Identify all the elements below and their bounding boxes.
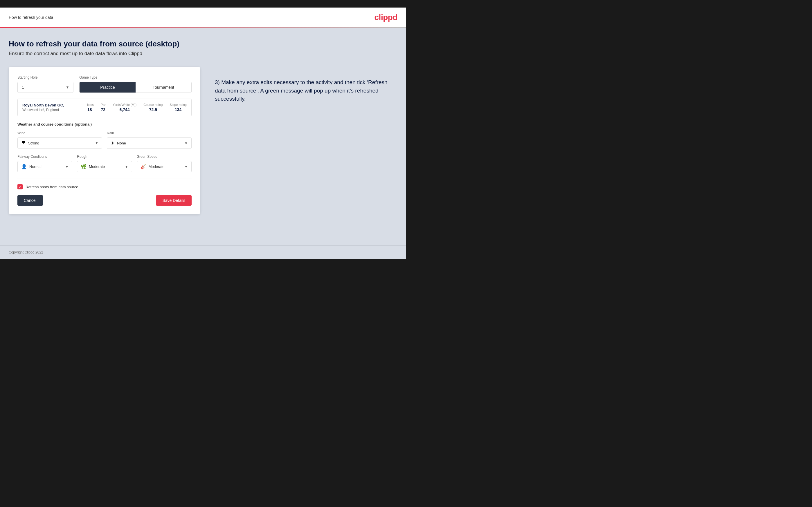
- green-speed-group: Green Speed 🎸 Moderate ▼: [137, 155, 192, 172]
- conditions-title: Weather and course conditions (optional): [17, 122, 192, 126]
- game-type-label: Game Type: [79, 75, 192, 79]
- course-stats: Holes 18 Par 72 Yards/White (M)) 6,744: [86, 103, 187, 112]
- rough-icon: 🌿: [81, 164, 87, 169]
- conditions-row-1: Wind 🌪 Strong ▼ Rain ☀ None ▼: [17, 131, 192, 149]
- page-title: How to refresh your data from source (de…: [9, 40, 397, 48]
- header: How to refresh your data clippd: [0, 7, 406, 28]
- fairway-value: Normal: [29, 164, 63, 169]
- game-type-group: Game Type Practice Tournament: [79, 75, 192, 93]
- course-name: Royal North Devon GC,: [22, 103, 80, 107]
- wind-value: Strong: [28, 141, 93, 145]
- starting-hole-chevron-icon: ▼: [66, 85, 69, 89]
- header-title: How to refresh your data: [9, 15, 53, 20]
- course-location: Westward Ho!, England: [22, 108, 80, 112]
- rain-icon: ☀: [111, 140, 115, 146]
- rain-group: Rain ☀ None ▼: [107, 131, 192, 149]
- slope-rating-label: Slope rating: [169, 103, 187, 106]
- stat-yards: Yards/White (M)) 6,744: [113, 103, 137, 112]
- footer: Copyright Clippd 2022: [0, 245, 406, 259]
- fairway-icon: 👤: [21, 164, 27, 169]
- yards-value: 6,744: [119, 107, 130, 112]
- rough-select[interactable]: 🌿 Moderate ▼: [77, 161, 132, 172]
- save-button[interactable]: Save Details: [156, 195, 192, 206]
- refresh-checkbox[interactable]: [17, 184, 22, 189]
- game-type-buttons: Practice Tournament: [79, 82, 192, 93]
- fairway-label: Fairway Conditions: [17, 155, 72, 159]
- top-bar: [0, 0, 406, 7]
- rough-label: Rough: [77, 155, 132, 159]
- slope-rating-value: 134: [175, 107, 182, 112]
- starting-hole-group: Starting Hole 1 ▼: [17, 75, 73, 93]
- rough-value: Moderate: [89, 164, 122, 169]
- button-row: Cancel Save Details: [17, 195, 192, 206]
- wind-group: Wind 🌪 Strong ▼: [17, 131, 102, 149]
- page-subtitle: Ensure the correct and most up to date d…: [9, 51, 397, 57]
- par-label: Par: [101, 103, 106, 106]
- rain-value: None: [117, 141, 182, 145]
- conditions-row-2: Fairway Conditions 👤 Normal ▼ Rough 🌿 Mo…: [17, 155, 192, 172]
- checkbox-row: Refresh shots from data source: [17, 184, 192, 189]
- green-speed-value: Moderate: [149, 164, 182, 169]
- wind-icon: 🌪: [21, 140, 26, 146]
- holes-value: 18: [87, 107, 92, 112]
- holes-label: Holes: [86, 103, 94, 106]
- fairway-group: Fairway Conditions 👤 Normal ▼: [17, 155, 72, 172]
- refresh-label: Refresh shots from data source: [26, 185, 78, 189]
- starting-hole-label: Starting Hole: [17, 75, 73, 79]
- stat-course-rating: Course rating 72.5: [143, 103, 163, 112]
- par-value: 72: [101, 107, 106, 112]
- fairway-chevron-icon: ▼: [65, 165, 68, 169]
- course-rating-label: Course rating: [143, 103, 163, 106]
- rain-chevron-icon: ▼: [184, 141, 188, 145]
- form-card-wrapper: Starting Hole 1 ▼ Game Type Practice Tou…: [9, 67, 200, 214]
- logo: clippd: [374, 13, 397, 22]
- rain-label: Rain: [107, 131, 192, 135]
- starting-hole-select[interactable]: 1 ▼: [17, 82, 73, 93]
- tournament-button[interactable]: Tournament: [136, 82, 191, 93]
- top-form-row: Starting Hole 1 ▼ Game Type Practice Tou…: [17, 75, 192, 93]
- sidebar-description: 3) Make any extra edits necessary to the…: [215, 67, 397, 103]
- form-card: Starting Hole 1 ▼ Game Type Practice Tou…: [9, 67, 200, 214]
- stat-par: Par 72: [101, 103, 106, 112]
- main-content: How to refresh your data from source (de…: [0, 28, 406, 245]
- copyright: Copyright Clippd 2022: [9, 250, 43, 255]
- course-rating-value: 72.5: [149, 107, 157, 112]
- fairway-select[interactable]: 👤 Normal ▼: [17, 161, 72, 172]
- content-area: Starting Hole 1 ▼ Game Type Practice Tou…: [9, 67, 397, 214]
- course-info: Royal North Devon GC, Westward Ho!, Engl…: [22, 103, 80, 112]
- rough-chevron-icon: ▼: [125, 165, 128, 169]
- rough-group: Rough 🌿 Moderate ▼: [77, 155, 132, 172]
- yards-label: Yards/White (M)): [113, 103, 137, 106]
- green-speed-select[interactable]: 🎸 Moderate ▼: [137, 161, 192, 172]
- green-speed-label: Green Speed: [137, 155, 192, 159]
- practice-button[interactable]: Practice: [80, 82, 135, 93]
- wind-label: Wind: [17, 131, 102, 135]
- rain-select[interactable]: ☀ None ▼: [107, 137, 192, 149]
- course-row: Royal North Devon GC, Westward Ho!, Engl…: [17, 99, 192, 116]
- stat-slope-rating: Slope rating 134: [169, 103, 187, 112]
- green-speed-chevron-icon: ▼: [184, 165, 188, 169]
- cancel-button[interactable]: Cancel: [17, 195, 43, 206]
- stat-holes: Holes 18: [86, 103, 94, 112]
- starting-hole-value: 1: [22, 85, 24, 90]
- wind-chevron-icon: ▼: [95, 141, 98, 145]
- wind-select[interactable]: 🌪 Strong ▼: [17, 137, 102, 149]
- divider: [17, 178, 192, 178]
- green-speed-icon: 🎸: [141, 164, 146, 169]
